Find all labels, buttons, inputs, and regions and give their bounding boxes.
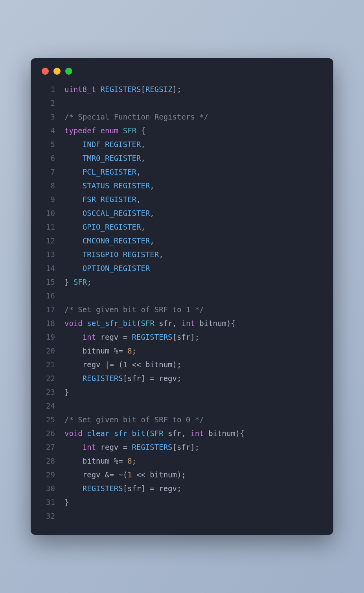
code-window: 1uint8_t REGISTERS[REGSIZ];23/* Special …	[31, 58, 333, 535]
line-number: 14	[39, 262, 55, 275]
code-content: REGISTERS[sfr] = regv;	[64, 482, 181, 495]
code-editor[interactable]: 1uint8_t REGISTERS[REGSIZ];23/* Special …	[31, 79, 333, 523]
code-line[interactable]: 14 OPTION_REGISTER	[39, 262, 325, 275]
code-line[interactable]: 5 INDF_REGISTER,	[39, 138, 325, 151]
code-line[interactable]: 26void clear_sfr_bit(SFR sfr, int bitnum…	[39, 427, 325, 440]
code-content: INDF_REGISTER,	[64, 138, 145, 151]
code-line[interactable]: 13 TRISGPIO_REGISTER,	[39, 248, 325, 262]
code-content: void set_sfr_bit(SFR sfr, int bitnum){	[64, 317, 235, 330]
line-number: 24	[39, 399, 55, 413]
line-number: 3	[39, 110, 55, 124]
code-content: int regv = REGISTERS[sfr];	[64, 330, 199, 344]
line-number: 6	[39, 151, 55, 165]
code-content: bitnum %= 8;	[64, 344, 136, 358]
code-line[interactable]: 19 int regv = REGISTERS[sfr];	[39, 330, 325, 344]
line-number: 31	[39, 495, 55, 509]
line-number: 22	[39, 372, 55, 385]
code-content: PCL_REGISTER,	[64, 165, 141, 179]
code-line[interactable]: 23}	[39, 385, 325, 399]
code-content: regv |= (1 << bitnum);	[64, 358, 181, 372]
code-content: TMR0_REGISTER,	[64, 151, 145, 165]
code-content: OPTION_REGISTER	[64, 262, 150, 275]
code-line[interactable]: 4typedef enum SFR {	[39, 124, 325, 138]
line-number: 18	[39, 317, 55, 330]
code-line[interactable]: 27 int regv = REGISTERS[sfr];	[39, 440, 325, 454]
line-number: 11	[39, 220, 55, 234]
line-number: 10	[39, 206, 55, 220]
line-number: 27	[39, 440, 55, 454]
line-number: 15	[39, 275, 55, 289]
code-line[interactable]: 3/* Special Function Registers */	[39, 110, 325, 124]
code-content: STATUS_REGISTER,	[64, 179, 154, 193]
line-number: 16	[39, 289, 55, 303]
code-line[interactable]: 7 PCL_REGISTER,	[39, 165, 325, 179]
code-line[interactable]: 9 FSR_REGISTER,	[39, 193, 325, 206]
line-number: 12	[39, 234, 55, 248]
minimize-icon[interactable]	[53, 68, 61, 75]
code-content: } SFR;	[64, 275, 92, 289]
code-line[interactable]: 21 regv |= (1 << bitnum);	[39, 358, 325, 372]
code-content: typedef enum SFR {	[64, 124, 145, 138]
code-content: void clear_sfr_bit(SFR sfr, int bitnum){	[64, 427, 245, 440]
code-line[interactable]: 22 REGISTERS[sfr] = regv;	[39, 372, 325, 385]
line-number: 32	[39, 509, 55, 523]
line-number: 26	[39, 427, 55, 440]
line-number: 21	[39, 358, 55, 372]
code-content: GPIO_REGISTER,	[64, 220, 145, 234]
code-line[interactable]: 18void set_sfr_bit(SFR sfr, int bitnum){	[39, 317, 325, 330]
code-content: }	[64, 385, 69, 399]
code-line[interactable]: 32	[39, 509, 325, 523]
code-line[interactable]: 12 CMCON0_REGISTER,	[39, 234, 325, 248]
code-line[interactable]: 11 GPIO_REGISTER,	[39, 220, 325, 234]
line-number: 25	[39, 413, 55, 427]
line-number: 5	[39, 138, 55, 151]
code-content: FSR_REGISTER,	[64, 193, 141, 206]
code-content: uint8_t REGISTERS[REGSIZ];	[64, 83, 181, 96]
code-line[interactable]: 30 REGISTERS[sfr] = regv;	[39, 482, 325, 495]
code-line[interactable]: 28 bitnum %= 8;	[39, 454, 325, 468]
line-number: 13	[39, 248, 55, 262]
line-number: 19	[39, 330, 55, 344]
code-line[interactable]: 1uint8_t REGISTERS[REGSIZ];	[39, 83, 325, 96]
code-line[interactable]: 20 bitnum %= 8;	[39, 344, 325, 358]
line-number: 30	[39, 482, 55, 495]
code-line[interactable]: 8 STATUS_REGISTER,	[39, 179, 325, 193]
code-content: /* Special Function Registers */	[64, 110, 208, 124]
code-content: bitnum %= 8;	[64, 454, 136, 468]
code-line[interactable]: 29 regv &= ~(1 << bitnum);	[39, 468, 325, 482]
code-content: }	[64, 495, 69, 509]
line-number: 29	[39, 468, 55, 482]
code-line[interactable]: 17/* Set given bit of SRF to 1 */	[39, 303, 325, 317]
close-icon[interactable]	[42, 68, 49, 75]
code-line[interactable]: 31}	[39, 495, 325, 509]
code-line[interactable]: 2	[39, 96, 325, 110]
line-number: 7	[39, 165, 55, 179]
code-line[interactable]: 10 OSCCAL_REGISTER,	[39, 206, 325, 220]
code-content: regv &= ~(1 << bitnum);	[64, 468, 186, 482]
code-line[interactable]: 25/* Set given bit of SRF to 0 */	[39, 413, 325, 427]
maximize-icon[interactable]	[65, 68, 72, 75]
line-number: 1	[39, 83, 55, 96]
code-content: CMCON0_REGISTER,	[64, 234, 154, 248]
line-number: 20	[39, 344, 55, 358]
code-line[interactable]: 15} SFR;	[39, 275, 325, 289]
code-line[interactable]: 16	[39, 289, 325, 303]
line-number: 28	[39, 454, 55, 468]
code-content: /* Set given bit of SRF to 0 */	[64, 413, 204, 427]
line-number: 2	[39, 96, 55, 110]
code-content: /* Set given bit of SRF to 1 */	[64, 303, 204, 317]
code-line[interactable]: 6 TMR0_REGISTER,	[39, 151, 325, 165]
line-number: 23	[39, 385, 55, 399]
line-number: 9	[39, 193, 55, 206]
line-number: 4	[39, 124, 55, 138]
code-content: REGISTERS[sfr] = regv;	[64, 372, 181, 385]
line-number: 8	[39, 179, 55, 193]
window-titlebar	[31, 58, 333, 79]
code-content: TRISGPIO_REGISTER,	[64, 248, 164, 262]
code-content: OSCCAL_REGISTER,	[64, 206, 154, 220]
code-content: int regv = REGISTERS[sfr];	[64, 440, 199, 454]
line-number: 17	[39, 303, 55, 317]
code-line[interactable]: 24	[39, 399, 325, 413]
